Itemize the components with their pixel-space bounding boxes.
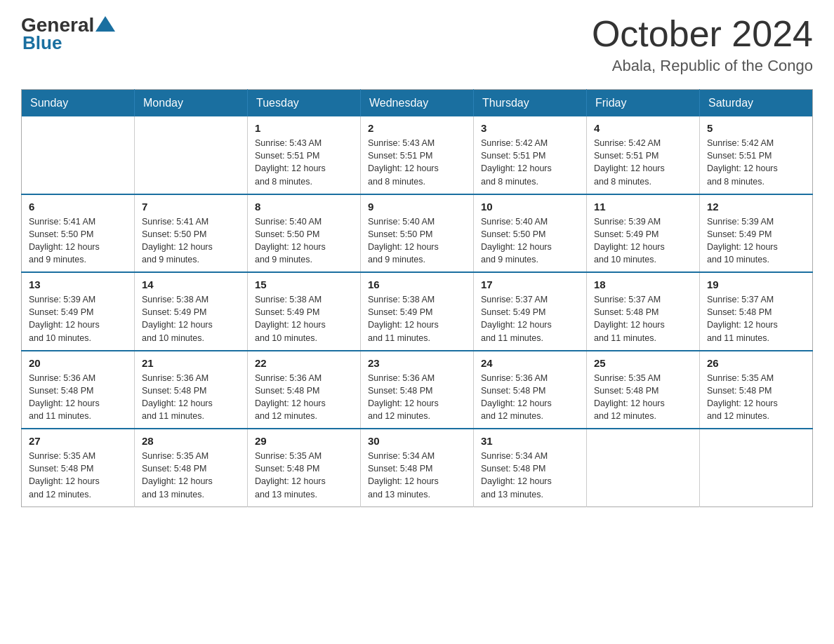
day-number: 30	[368, 435, 466, 447]
calendar-cell: 9Sunrise: 5:40 AMSunset: 5:50 PMDaylight…	[361, 194, 474, 273]
calendar-cell: 19Sunrise: 5:37 AMSunset: 5:48 PMDayligh…	[700, 272, 813, 351]
day-info: Sunrise: 5:35 AMSunset: 5:48 PMDaylight:…	[29, 450, 127, 501]
day-info: Sunrise: 5:35 AMSunset: 5:48 PMDaylight:…	[255, 450, 353, 501]
calendar-cell: 8Sunrise: 5:40 AMSunset: 5:50 PMDaylight…	[248, 194, 361, 273]
day-info: Sunrise: 5:34 AMSunset: 5:48 PMDaylight:…	[368, 450, 466, 501]
calendar-cell: 30Sunrise: 5:34 AMSunset: 5:48 PMDayligh…	[361, 429, 474, 507]
calendar-week-row: 20Sunrise: 5:36 AMSunset: 5:48 PMDayligh…	[22, 351, 813, 429]
day-number: 7	[142, 201, 240, 213]
day-info: Sunrise: 5:36 AMSunset: 5:48 PMDaylight:…	[29, 372, 127, 423]
calendar-table: SundayMondayTuesdayWednesdayThursdayFrid…	[21, 89, 813, 507]
calendar-cell: 27Sunrise: 5:35 AMSunset: 5:48 PMDayligh…	[22, 429, 135, 507]
calendar-cell: 29Sunrise: 5:35 AMSunset: 5:48 PMDayligh…	[248, 429, 361, 507]
day-number: 25	[594, 357, 692, 369]
day-of-week-header: Monday	[135, 90, 248, 117]
calendar-week-row: 1Sunrise: 5:43 AMSunset: 5:51 PMDaylight…	[22, 116, 813, 194]
day-of-week-header: Tuesday	[248, 90, 361, 117]
day-number: 14	[142, 279, 240, 290]
month-title: October 2024	[592, 14, 813, 54]
calendar-cell: 6Sunrise: 5:41 AMSunset: 5:50 PMDaylight…	[22, 194, 135, 273]
day-number: 20	[29, 357, 127, 369]
day-info: Sunrise: 5:40 AMSunset: 5:50 PMDaylight:…	[255, 215, 353, 267]
day-of-week-header: Thursday	[474, 90, 587, 117]
day-of-week-header: Friday	[587, 90, 700, 117]
day-info: Sunrise: 5:36 AMSunset: 5:48 PMDaylight:…	[368, 372, 466, 423]
day-number: 18	[594, 279, 692, 290]
day-info: Sunrise: 5:37 AMSunset: 5:48 PMDaylight:…	[594, 293, 692, 344]
day-info: Sunrise: 5:36 AMSunset: 5:48 PMDaylight:…	[255, 372, 353, 423]
day-info: Sunrise: 5:43 AMSunset: 5:51 PMDaylight:…	[255, 137, 353, 188]
logo-blue-text: Blue	[22, 32, 115, 54]
calendar-cell	[700, 429, 813, 507]
calendar-cell: 7Sunrise: 5:41 AMSunset: 5:50 PMDaylight…	[135, 194, 248, 273]
calendar-cell	[587, 429, 700, 507]
day-info: Sunrise: 5:38 AMSunset: 5:49 PMDaylight:…	[142, 293, 240, 344]
logo-triangle-icon	[95, 16, 115, 32]
day-info: Sunrise: 5:37 AMSunset: 5:49 PMDaylight:…	[481, 293, 579, 344]
day-info: Sunrise: 5:38 AMSunset: 5:49 PMDaylight:…	[255, 293, 353, 344]
days-of-week-row: SundayMondayTuesdayWednesdayThursdayFrid…	[22, 90, 813, 117]
day-info: Sunrise: 5:34 AMSunset: 5:48 PMDaylight:…	[481, 450, 579, 501]
calendar-cell: 2Sunrise: 5:43 AMSunset: 5:51 PMDaylight…	[361, 116, 474, 194]
day-number: 1	[255, 122, 353, 134]
day-number: 11	[594, 201, 692, 213]
day-info: Sunrise: 5:38 AMSunset: 5:49 PMDaylight:…	[368, 293, 466, 344]
day-info: Sunrise: 5:36 AMSunset: 5:48 PMDaylight:…	[481, 372, 579, 423]
day-info: Sunrise: 5:42 AMSunset: 5:51 PMDaylight:…	[481, 137, 579, 188]
calendar-cell: 21Sunrise: 5:36 AMSunset: 5:48 PMDayligh…	[135, 351, 248, 429]
day-number: 10	[481, 201, 579, 213]
day-number: 26	[707, 357, 805, 369]
calendar-cell: 18Sunrise: 5:37 AMSunset: 5:48 PMDayligh…	[587, 272, 700, 351]
calendar-week-row: 27Sunrise: 5:35 AMSunset: 5:48 PMDayligh…	[22, 429, 813, 507]
day-info: Sunrise: 5:41 AMSunset: 5:50 PMDaylight:…	[142, 215, 240, 267]
location-title: Abala, Republic of the Congo	[592, 57, 813, 75]
day-number: 23	[368, 357, 466, 369]
day-info: Sunrise: 5:41 AMSunset: 5:50 PMDaylight:…	[29, 215, 127, 267]
day-number: 2	[368, 122, 466, 134]
day-info: Sunrise: 5:40 AMSunset: 5:50 PMDaylight:…	[481, 215, 579, 267]
day-number: 17	[481, 279, 579, 290]
calendar-cell: 23Sunrise: 5:36 AMSunset: 5:48 PMDayligh…	[361, 351, 474, 429]
day-info: Sunrise: 5:35 AMSunset: 5:48 PMDaylight:…	[594, 372, 692, 423]
day-info: Sunrise: 5:35 AMSunset: 5:48 PMDaylight:…	[707, 372, 805, 423]
day-number: 16	[368, 279, 466, 290]
logo: General Blue	[21, 14, 115, 54]
day-info: Sunrise: 5:35 AMSunset: 5:48 PMDaylight:…	[142, 450, 240, 501]
calendar-cell: 17Sunrise: 5:37 AMSunset: 5:49 PMDayligh…	[474, 272, 587, 351]
day-info: Sunrise: 5:36 AMSunset: 5:48 PMDaylight:…	[142, 372, 240, 423]
day-number: 31	[481, 435, 579, 447]
day-number: 5	[707, 122, 805, 134]
day-info: Sunrise: 5:39 AMSunset: 5:49 PMDaylight:…	[594, 215, 692, 267]
day-number: 29	[255, 435, 353, 447]
calendar-cell: 14Sunrise: 5:38 AMSunset: 5:49 PMDayligh…	[135, 272, 248, 351]
day-info: Sunrise: 5:42 AMSunset: 5:51 PMDaylight:…	[594, 137, 692, 188]
calendar-cell: 13Sunrise: 5:39 AMSunset: 5:49 PMDayligh…	[22, 272, 135, 351]
calendar-cell: 1Sunrise: 5:43 AMSunset: 5:51 PMDaylight…	[248, 116, 361, 194]
day-number: 13	[29, 279, 127, 290]
calendar-cell: 22Sunrise: 5:36 AMSunset: 5:48 PMDayligh…	[248, 351, 361, 429]
calendar-cell: 15Sunrise: 5:38 AMSunset: 5:49 PMDayligh…	[248, 272, 361, 351]
day-info: Sunrise: 5:43 AMSunset: 5:51 PMDaylight:…	[368, 137, 466, 188]
calendar-cell: 11Sunrise: 5:39 AMSunset: 5:49 PMDayligh…	[587, 194, 700, 273]
day-of-week-header: Saturday	[700, 90, 813, 117]
day-number: 19	[707, 279, 805, 290]
day-number: 28	[142, 435, 240, 447]
calendar-cell: 20Sunrise: 5:36 AMSunset: 5:48 PMDayligh…	[22, 351, 135, 429]
calendar-week-row: 6Sunrise: 5:41 AMSunset: 5:50 PMDaylight…	[22, 194, 813, 273]
day-number: 15	[255, 279, 353, 290]
title-section: October 2024 Abala, Republic of the Cong…	[592, 14, 813, 75]
day-number: 8	[255, 201, 353, 213]
day-info: Sunrise: 5:37 AMSunset: 5:48 PMDaylight:…	[707, 293, 805, 344]
day-number: 12	[707, 201, 805, 213]
calendar-body: 1Sunrise: 5:43 AMSunset: 5:51 PMDaylight…	[22, 116, 813, 507]
day-number: 22	[255, 357, 353, 369]
day-number: 6	[29, 201, 127, 213]
calendar-cell: 4Sunrise: 5:42 AMSunset: 5:51 PMDaylight…	[587, 116, 700, 194]
calendar-cell: 26Sunrise: 5:35 AMSunset: 5:48 PMDayligh…	[700, 351, 813, 429]
day-info: Sunrise: 5:39 AMSunset: 5:49 PMDaylight:…	[707, 215, 805, 267]
calendar-cell: 5Sunrise: 5:42 AMSunset: 5:51 PMDaylight…	[700, 116, 813, 194]
day-number: 3	[481, 122, 579, 134]
calendar-cell: 25Sunrise: 5:35 AMSunset: 5:48 PMDayligh…	[587, 351, 700, 429]
day-number: 24	[481, 357, 579, 369]
day-number: 21	[142, 357, 240, 369]
